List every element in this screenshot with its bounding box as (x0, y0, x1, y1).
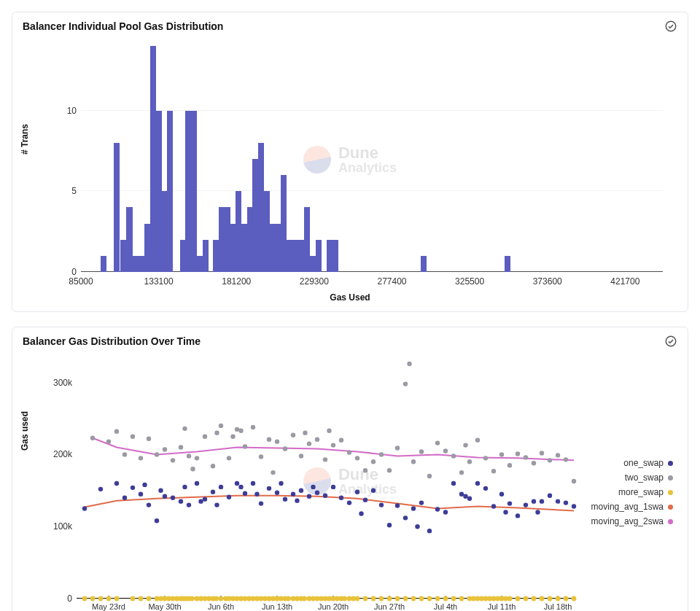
svg-point-66 (463, 443, 467, 447)
svg-point-162 (139, 596, 144, 602)
svg-point-81 (82, 506, 87, 510)
svg-point-224 (427, 596, 432, 602)
svg-point-57 (403, 381, 408, 386)
chart-area: Gas used Time Dune Analytics 0100k200k30… (23, 354, 677, 611)
svg-point-148 (524, 502, 528, 507)
svg-point-135 (435, 507, 440, 511)
svg-point-117 (311, 485, 315, 489)
bar (120, 240, 126, 272)
svg-point-55 (387, 468, 392, 472)
svg-point-16 (139, 456, 143, 460)
svg-point-119 (323, 494, 327, 498)
svg-point-240 (516, 596, 521, 602)
x-tick: 229300 (300, 272, 329, 287)
y-tick: 5 (71, 186, 81, 196)
svg-point-21 (179, 445, 183, 449)
svg-point-142 (483, 486, 488, 491)
svg-point-56 (395, 445, 400, 450)
svg-point-223 (419, 596, 424, 602)
x-tick: Jun 6th (208, 599, 234, 611)
legend-item[interactable]: moving_avg_1swa (577, 499, 673, 514)
svg-point-78 (556, 453, 560, 457)
svg-point-115 (299, 489, 303, 493)
panel-title: Balancer Individual Pool Gas Distributio… (23, 20, 223, 32)
svg-point-116 (307, 494, 311, 499)
bar (150, 46, 156, 272)
legend-item[interactable]: moving_avg_2swa (577, 514, 673, 529)
svg-point-154 (564, 500, 568, 505)
svg-point-72 (508, 463, 512, 467)
svg-point-151 (540, 499, 544, 503)
svg-point-30 (227, 456, 231, 460)
chart-area: # Trans Gas Used Dune Analytics 05108500… (23, 39, 677, 301)
y-axis-label: Gas used (20, 411, 30, 451)
svg-point-99 (211, 490, 215, 494)
svg-point-63 (443, 448, 448, 453)
svg-point-1 (666, 336, 676, 346)
svg-point-26 (203, 435, 207, 439)
x-tick: 85000 (69, 272, 93, 287)
svg-point-145 (503, 510, 508, 514)
svg-point-95 (187, 502, 191, 507)
svg-point-149 (532, 499, 536, 503)
svg-point-86 (139, 492, 143, 497)
svg-point-121 (339, 495, 343, 499)
panel-header: Balancer Gas Distribution Over Time (23, 335, 677, 348)
svg-point-70 (491, 469, 496, 473)
svg-point-136 (443, 510, 448, 514)
svg-point-96 (195, 481, 199, 486)
svg-point-34 (243, 444, 247, 448)
svg-point-216 (363, 596, 368, 602)
svg-point-126 (371, 489, 376, 493)
svg-point-228 (459, 596, 464, 602)
svg-point-74 (524, 455, 528, 459)
legend-item[interactable]: one_swap (577, 456, 673, 470)
svg-point-118 (315, 491, 319, 495)
svg-point-12 (106, 439, 111, 443)
x-tick: 181200 (222, 272, 251, 287)
svg-point-38 (271, 470, 275, 475)
svg-point-161 (131, 596, 136, 602)
svg-point-138 (459, 492, 464, 497)
scatter-chart: 0100k200k300kMay 23rdMay 30thJun 6thJun … (77, 361, 574, 599)
verified-check-icon[interactable] (664, 20, 677, 33)
svg-point-62 (435, 440, 440, 445)
svg-point-65 (459, 470, 464, 475)
svg-point-90 (158, 489, 163, 493)
svg-point-110 (275, 491, 279, 495)
svg-point-92 (171, 495, 175, 499)
svg-point-58 (407, 362, 411, 366)
svg-point-131 (411, 506, 416, 510)
svg-point-242 (532, 596, 537, 602)
legend-item[interactable]: two_swap (577, 470, 673, 485)
x-tick: 373600 (533, 272, 562, 287)
svg-point-155 (572, 504, 576, 508)
y-tick: 200k (53, 449, 77, 459)
svg-point-112 (283, 497, 287, 501)
svg-point-106 (251, 481, 255, 486)
svg-point-107 (254, 492, 259, 497)
svg-point-128 (387, 523, 392, 527)
svg-point-32 (235, 427, 239, 432)
panel-header: Balancer Individual Pool Gas Distributio… (23, 20, 677, 33)
svg-point-31 (230, 435, 235, 439)
svg-point-79 (564, 457, 568, 462)
svg-point-73 (516, 451, 520, 456)
svg-point-133 (419, 500, 424, 505)
svg-point-47 (327, 429, 331, 433)
svg-point-82 (98, 487, 103, 491)
svg-point-18 (155, 452, 159, 456)
x-tick: 277400 (377, 272, 406, 287)
x-tick: 133100 (144, 272, 174, 287)
y-tick: 0 (67, 594, 77, 604)
verified-check-icon[interactable] (664, 335, 677, 348)
bar-chart: 0510850001331001812002293002774003255003… (81, 46, 663, 272)
svg-point-67 (467, 459, 472, 464)
legend-item[interactable]: more_swap (577, 485, 673, 499)
svg-point-49 (339, 437, 343, 442)
svg-point-98 (203, 497, 207, 501)
x-tick: Jul 4th (434, 599, 457, 611)
svg-point-102 (227, 495, 231, 499)
svg-point-129 (395, 503, 400, 507)
svg-point-50 (347, 450, 351, 454)
